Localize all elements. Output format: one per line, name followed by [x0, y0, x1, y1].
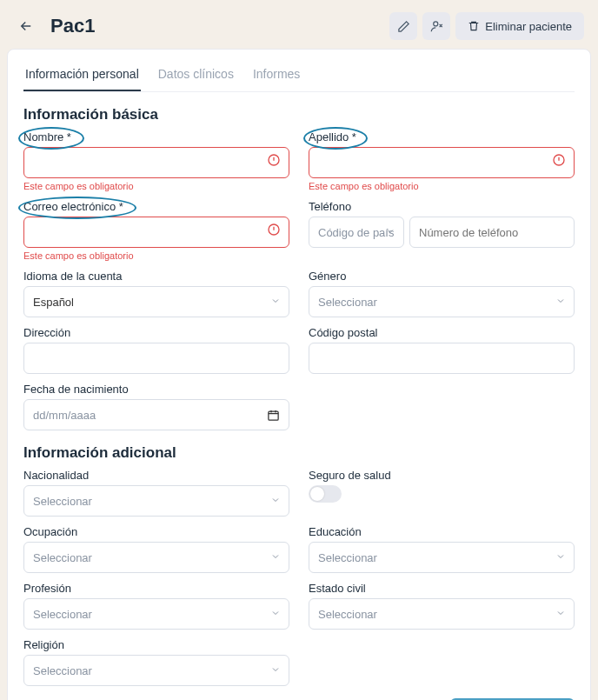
insurance-toggle[interactable] — [309, 485, 342, 503]
education-label: Educación — [309, 525, 575, 538]
alert-icon — [267, 223, 281, 240]
tab-clinical-data[interactable]: Datos clínicos — [156, 60, 236, 91]
trash-icon — [468, 20, 480, 32]
profession-select[interactable]: Seleccionar — [23, 598, 289, 630]
civil-label: Estado civil — [309, 582, 575, 595]
birth-placeholder: dd/mm/aaaa — [33, 409, 96, 422]
tab-personal-info[interactable]: Información personal — [23, 60, 141, 91]
religion-label: Religión — [23, 638, 289, 651]
occupation-select[interactable]: Seleccionar — [23, 542, 289, 573]
svg-point-0 — [434, 21, 438, 25]
gender-select[interactable]: Seleccionar — [309, 286, 575, 317]
edit-button[interactable] — [389, 12, 417, 40]
section-basic-title: Información básica — [23, 106, 575, 123]
education-select[interactable]: Seleccionar — [309, 542, 575, 573]
name-error: Este campo es obligatorio — [23, 181, 289, 191]
profession-label: Profesión — [23, 582, 289, 595]
surname-input[interactable] — [309, 147, 575, 178]
language-select[interactable]: Español — [23, 286, 289, 317]
phone-country-select[interactable]: Código de país — [309, 217, 404, 248]
surname-label: Apellido * — [309, 130, 575, 143]
civil-select[interactable]: Seleccionar — [309, 598, 575, 630]
section-additional-title: Información adicional — [23, 444, 575, 462]
address-input[interactable] — [23, 343, 289, 374]
tabs: Información personal Datos clínicos Info… — [23, 50, 575, 92]
insurance-label: Seguro de salud — [309, 469, 575, 482]
birth-input[interactable]: dd/mm/aaaa — [23, 399, 289, 430]
language-label: Idioma de la cuenta — [23, 270, 289, 283]
name-label: Nombre * — [23, 130, 289, 143]
birth-label: Fecha de nacimiento — [23, 383, 289, 396]
svg-rect-4 — [269, 411, 278, 420]
phone-label: Teléfono — [309, 200, 575, 213]
calendar-icon — [267, 409, 280, 422]
surname-error: Este campo es obligatorio — [309, 181, 575, 191]
gender-label: Género — [309, 270, 575, 283]
email-label: Correo electrónico * — [23, 200, 289, 213]
postal-input[interactable] — [309, 343, 575, 374]
phone-number-input[interactable] — [409, 217, 575, 248]
page-title: Pac1 — [50, 15, 389, 37]
email-error: Este campo es obligatorio — [23, 250, 289, 261]
delete-patient-button[interactable]: Eliminar paciente — [455, 12, 584, 40]
alert-icon — [552, 153, 566, 170]
nationality-select[interactable]: Seleccionar — [23, 485, 289, 517]
alert-icon — [267, 153, 281, 170]
main-card: Información personal Datos clínicos Info… — [7, 49, 591, 700]
unassign-button[interactable] — [422, 12, 450, 40]
tab-reports[interactable]: Informes — [251, 60, 302, 91]
nationality-label: Nacionalidad — [23, 469, 289, 482]
name-input[interactable] — [23, 147, 289, 178]
back-button[interactable] — [14, 14, 38, 38]
email-input[interactable] — [23, 217, 289, 248]
pencil-icon — [397, 20, 410, 33]
postal-label: Código postal — [309, 326, 575, 339]
religion-select[interactable]: Seleccionar — [23, 655, 289, 686]
occupation-label: Ocupación — [23, 525, 289, 538]
delete-button-label: Eliminar paciente — [485, 20, 572, 33]
address-label: Dirección — [23, 326, 289, 339]
user-x-icon — [430, 20, 443, 33]
